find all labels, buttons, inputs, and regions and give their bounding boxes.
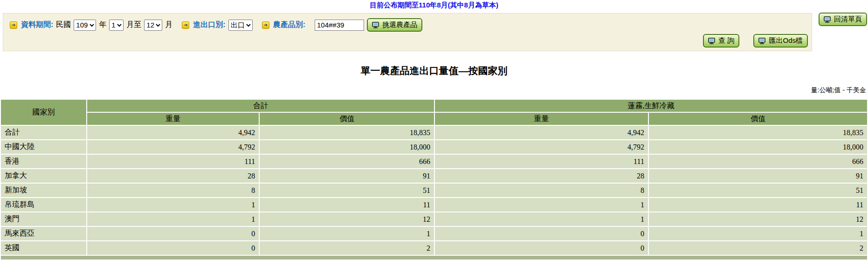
value-cell: 18,000 [649, 140, 867, 154]
page: 目前公布期間至110年8月(其中8月為草本) ➔ 資料期間: 民國 109 年 … [0, 0, 868, 273]
table-row: 合計4,94218,8354,94218,835 [1, 126, 867, 139]
year-select[interactable]: 109 [74, 20, 96, 31]
value-cell: 8 [87, 184, 259, 197]
unit-note: 量:公噸;值 - 千美金 [811, 86, 866, 95]
month-unit-label: 月 [165, 20, 172, 30]
table-row: 新加坡851851 [1, 184, 867, 197]
sub-header-value: 價值 [649, 113, 867, 125]
table-row: 加拿大28912891 [1, 169, 867, 183]
value-cell: 18,000 [260, 140, 434, 154]
report-title: 單一農產品進出口量值—按國家別 [0, 64, 868, 77]
value-cell: 111 [87, 155, 259, 168]
value-cell: 1 [649, 227, 867, 240]
value-cell: 1 [435, 198, 648, 212]
value-cell: 111 [435, 155, 648, 168]
table-row: 中國大陸4,79218,0004,79218,000 [1, 140, 867, 154]
trade-type-label: 進出口別: [193, 20, 225, 30]
value-cell: 1 [260, 227, 434, 240]
value-cell: 0 [435, 241, 648, 255]
group-header-row: 國家別 合計 蓮霧,生鮮冷藏 [1, 100, 867, 112]
action-row: 查 詢 匯出Ods檔 [703, 34, 808, 48]
arrow-bullet-icon: ➔ [10, 21, 17, 29]
country-cell: 香港 [1, 155, 86, 168]
query-button[interactable]: 查 詢 [703, 34, 739, 48]
value-cell: 91 [649, 169, 867, 183]
back-to-list-button[interactable]: 回清單頁 [819, 13, 867, 26]
value-cell: 1 [87, 198, 259, 212]
value-cell: 91 [260, 169, 434, 183]
era-label: 民國 [56, 20, 71, 30]
monitor-icon [708, 38, 716, 44]
arrow-bullet-icon: ➔ [182, 21, 189, 29]
publication-status-line: 目前公布期間至110年8月(其中8月為草本) [0, 1, 868, 10]
value-cell: 2 [260, 241, 434, 255]
back-button-area: 回清單頁 [819, 13, 867, 26]
cutoff-next-row [1, 256, 867, 259]
value-cell: 18,835 [260, 126, 434, 139]
results-table-area: 國家別 合計 蓮霧,生鮮冷藏 重量 價值 重量 價值 合計4,94218,835… [0, 99, 868, 259]
value-cell: 2 [649, 241, 867, 255]
monitor-icon [758, 38, 766, 44]
product-label: 農產品別: [273, 20, 305, 30]
country-column-header: 國家別 [1, 100, 86, 125]
period-label: 資料期間: [21, 20, 53, 30]
query-button-label: 查 詢 [718, 36, 734, 45]
country-cell: 新加坡 [1, 184, 86, 197]
value-cell: 0 [435, 227, 648, 240]
sub-header-weight: 重量 [435, 113, 648, 125]
filter-row: ➔ 資料期間: 民國 109 年 1 月至 12 月 ➔ 進出口別: 出口 ➔ … [3, 14, 812, 32]
value-cell: 51 [649, 184, 867, 197]
value-cell: 11 [260, 198, 434, 212]
value-cell: 666 [260, 155, 434, 168]
trade-type-select[interactable]: 出口 [228, 20, 253, 31]
country-cell: 馬來西亞 [1, 227, 86, 240]
country-cell: 加拿大 [1, 169, 86, 183]
value-cell: 4,792 [435, 140, 648, 154]
sub-header-weight: 重量 [87, 113, 259, 125]
results-table-body: 合計4,94218,8354,94218,835中國大陸4,79218,0004… [1, 126, 867, 255]
pick-product-button[interactable]: 挑選農產品 [367, 18, 422, 32]
month-to-select[interactable]: 12 [144, 20, 162, 31]
value-cell: 18,835 [649, 126, 867, 139]
year-unit-label: 年 [99, 20, 106, 30]
value-cell: 4,942 [87, 126, 259, 139]
country-cell: 英國 [1, 241, 86, 255]
table-row: 馬來西亞0101 [1, 227, 867, 240]
value-cell: 4,792 [87, 140, 259, 154]
value-cell: 0 [87, 241, 259, 255]
product-code-input[interactable] [315, 20, 364, 31]
value-cell: 1 [435, 212, 648, 226]
export-ods-button-label: 匯出Ods檔 [769, 36, 803, 45]
monitor-icon [372, 22, 379, 28]
pick-product-button-label: 挑選農產品 [382, 20, 417, 29]
month-from-select[interactable]: 1 [109, 20, 124, 31]
table-row: 香港111666111666 [1, 155, 867, 168]
value-cell: 12 [649, 212, 867, 226]
value-cell: 51 [260, 184, 434, 197]
month-range-label: 月至 [126, 20, 141, 30]
sub-header-row: 重量 價值 重量 價值 [1, 113, 867, 125]
country-cell: 中國大陸 [1, 140, 86, 154]
table-row: 英國0202 [1, 241, 867, 255]
table-row: 澳門112112 [1, 212, 867, 226]
value-cell: 8 [435, 184, 648, 197]
results-table: 國家別 合計 蓮霧,生鮮冷藏 重量 價值 重量 價值 合計4,94218,835… [0, 99, 868, 256]
value-cell: 4,942 [435, 126, 648, 139]
value-cell: 28 [435, 169, 648, 183]
table-row: 帛琉群島111111 [1, 198, 867, 212]
value-cell: 12 [260, 212, 434, 226]
value-cell: 11 [649, 198, 867, 212]
value-cell: 1 [87, 212, 259, 226]
back-to-list-button-label: 回清單頁 [834, 15, 862, 24]
sub-header-value: 價值 [260, 113, 434, 125]
country-cell: 合計 [1, 126, 86, 139]
monitor-icon [824, 16, 831, 23]
country-cell: 帛琉群島 [1, 198, 86, 212]
group-header-total: 合計 [87, 100, 434, 112]
export-ods-button[interactable]: 匯出Ods檔 [753, 34, 808, 48]
country-cell: 澳門 [1, 212, 86, 226]
arrow-bullet-icon: ➔ [262, 21, 269, 29]
filter-bar: ➔ 資料期間: 民國 109 年 1 月至 12 月 ➔ 進出口別: 出口 ➔ … [3, 13, 812, 51]
value-cell: 0 [87, 227, 259, 240]
value-cell: 28 [87, 169, 259, 183]
